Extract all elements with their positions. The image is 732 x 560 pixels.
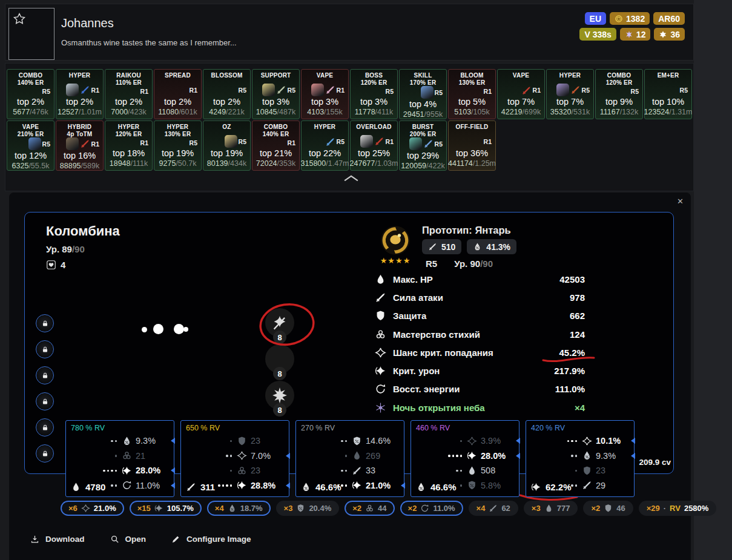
- friendship-level: 4: [61, 260, 65, 270]
- refine-label: R5: [190, 139, 197, 147]
- build-card[interactable]: BURST200% ERR5top 29%120059/422k: [399, 120, 447, 171]
- build-card-title: OZ: [222, 124, 231, 135]
- build-card-score: 11167/132k: [600, 108, 639, 117]
- build-card-title: HYPER: [559, 72, 581, 84]
- artifact-substats: 9.3%2128.0%11.0%: [103, 433, 168, 493]
- build-card[interactable]: SPREADR1top 2%11080/601k: [154, 69, 202, 119]
- build-card[interactable]: HYPERR1top 2%12527/1.01m: [56, 69, 104, 119]
- build-card[interactable]: HYPER130% ERR5top 19%9275/50.7k: [154, 120, 202, 171]
- build-card-rank: top 22%: [309, 148, 341, 159]
- build-card[interactable]: HYPERR5top 22%315800/1.47m: [301, 120, 349, 171]
- build-card[interactable]: OFF-FIELDR1top 36%441174/1.25m: [448, 120, 496, 171]
- roll-value: 2580%: [684, 504, 708, 513]
- substat-value: 21.0%: [366, 481, 398, 490]
- em-icon: [365, 504, 374, 513]
- lock-button[interactable]: [36, 314, 54, 332]
- artifact-mainstat: 311: [186, 482, 215, 492]
- collapse-button[interactable]: [343, 174, 359, 182]
- cr-icon: [582, 436, 592, 446]
- roll-dots: [111, 484, 117, 487]
- talent-burst-icon: [271, 386, 289, 404]
- badge-label: 12: [636, 30, 646, 39]
- action-open[interactable]: Open: [110, 535, 147, 544]
- action-bar: DownloadOpenConfigure Image: [30, 535, 251, 544]
- build-card[interactable]: OZR5top 19%80139/434k: [203, 120, 251, 171]
- weapon-icon: [423, 139, 434, 149]
- build-card[interactable]: VAPER1top 3%4103/155k: [301, 69, 349, 119]
- artifact-mainstat: 4780: [71, 482, 105, 492]
- build-card-icons: R5: [631, 86, 641, 96]
- build-card[interactable]: OVERLOADR1top 25%247677/1.03m: [350, 120, 398, 171]
- chevron-up-icon: [343, 174, 359, 182]
- build-card[interactable]: BLOOM130% ERR1top 5%5103/105k: [448, 69, 496, 119]
- build-card[interactable]: VAPE210% ERR5top 12%6325/55.5k: [7, 120, 54, 171]
- roll-dots: [460, 440, 463, 443]
- mainstat-value: 62.2%: [546, 482, 572, 492]
- lock-button[interactable]: [36, 340, 54, 358]
- substat-value: 21: [136, 451, 168, 461]
- constellation-dot: [183, 327, 188, 332]
- artifact-substats: 3.9%28.0%5085.8%: [448, 433, 513, 493]
- substat-row: 21.0%: [337, 478, 399, 493]
- stat-row-cr: Шанс крит. попадания45.2%: [375, 343, 585, 361]
- build-card-score: 11778/411k: [355, 108, 394, 117]
- lock-button[interactable]: [36, 392, 54, 410]
- build-card-rank: top 3%: [262, 96, 289, 108]
- build-card[interactable]: SKILL170% ERR5top 4%29451/955k: [399, 69, 447, 119]
- stat-value: 124: [570, 329, 585, 340]
- hp_pct-icon: [416, 482, 426, 492]
- stat-row-atk: Сила атаки978: [375, 288, 585, 306]
- cd-icon: [154, 504, 163, 513]
- refine-label: R1: [140, 88, 148, 95]
- refine-label: R5: [386, 88, 394, 95]
- roll-count: ×3: [532, 504, 541, 513]
- cd-icon: [467, 450, 477, 461]
- roll-pill: ×211.0%: [400, 501, 463, 516]
- build-card[interactable]: BOSS120% ERR5top 3%11778/411k: [350, 69, 398, 119]
- badge-label: V 338s: [584, 30, 611, 39]
- build-card-score: 9275/50.7k: [159, 159, 197, 168]
- build-card-icons: R5: [190, 137, 199, 148]
- build-card-icons: R1: [66, 84, 101, 96]
- build-card-score: 441174/1.25m: [448, 159, 496, 168]
- build-card[interactable]: SUPPORTR5top 3%10845/487k: [252, 69, 300, 119]
- roll-count: ×4: [476, 504, 486, 513]
- roll-pill: ×320.4%: [276, 501, 340, 516]
- artifact-rv: 420 % RV: [531, 424, 565, 432]
- substat-value: 11.0%: [136, 481, 168, 490]
- profile-badge: 36: [654, 28, 685, 41]
- stat-row-def: Защита662: [375, 307, 585, 325]
- cd-icon: [237, 480, 247, 490]
- build-card[interactable]: EM+ERR5top 10%123524/1.31m: [644, 69, 692, 119]
- build-card[interactable]: HYPERR5top 7%35320/531k: [546, 69, 594, 119]
- close-icon[interactable]: ✕: [677, 197, 684, 206]
- lock-button[interactable]: [36, 444, 54, 463]
- profile-signature: Osmanthus wine tastes the same as I reme…: [61, 38, 237, 47]
- build-card[interactable]: COMBO140% ERR5top 2%5677/476k: [7, 69, 54, 119]
- build-card-icons: R1: [521, 85, 542, 96]
- build-card-icons: R1: [190, 85, 199, 96]
- artifact-mainstat: 46.6%: [301, 482, 341, 492]
- avatar[interactable]: [8, 8, 54, 60]
- build-card-icons: R5: [225, 135, 248, 148]
- build-card[interactable]: COMBO120% ERR5top 9%11167/132k: [595, 69, 643, 119]
- stat-row-er: Восст. энергии111.0%: [375, 380, 585, 398]
- action-configure-image[interactable]: Configure Image: [171, 535, 251, 544]
- coin-icon: [615, 15, 623, 23]
- build-card[interactable]: HYBRID4p ToTMR1top 16%88895/589k: [56, 120, 104, 171]
- roll-dots: [567, 440, 578, 443]
- build-card[interactable]: HYPER120% ERR1top 18%18948/111k: [105, 120, 153, 171]
- favorite-star-icon[interactable]: [13, 12, 26, 25]
- build-card-score: 5103/105k: [454, 108, 489, 117]
- build-card-score: 7000/423k: [111, 108, 146, 117]
- build-card[interactable]: BLOSSOMR5top 2%4249/221k: [203, 69, 251, 119]
- roll-pill: ×15105.7%: [130, 501, 202, 516]
- substat-value: 23: [251, 466, 283, 475]
- substat-row: 10.1%: [567, 433, 629, 449]
- build-card[interactable]: VAPER1top 7%42219/699k: [497, 69, 545, 119]
- build-card[interactable]: RAIKOU110% ERR1top 2%7000/423k: [105, 69, 153, 119]
- build-card[interactable]: COMBO140% ERR1top 21%72024/353k: [252, 120, 300, 171]
- lock-button[interactable]: [36, 418, 54, 436]
- lock-button[interactable]: [36, 366, 54, 384]
- action-download[interactable]: Download: [30, 535, 85, 544]
